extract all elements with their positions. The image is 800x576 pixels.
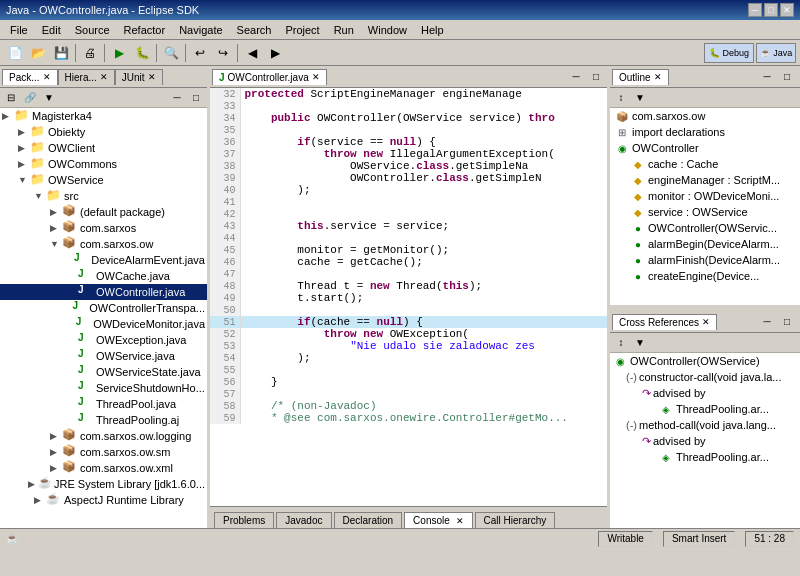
outline-item-pkg[interactable]: 📦 com.sarxos.ow bbox=[610, 108, 800, 124]
new-button[interactable]: 📄 bbox=[4, 43, 26, 63]
tab-hier-close[interactable]: ✕ bbox=[100, 72, 108, 82]
tree-item-owcontrollertranspa[interactable]: JOWControllerTranspa... bbox=[0, 300, 207, 316]
cr-item-advised-by-2[interactable]: ↷ advised by bbox=[610, 433, 800, 449]
cr-item-threadpooling-2[interactable]: ◈ ThreadPooling.ar... bbox=[610, 449, 800, 465]
cr-item-owcontroller[interactable]: ◉ OWController(OWService) bbox=[610, 353, 800, 369]
print-button[interactable]: 🖨 bbox=[79, 43, 101, 63]
menu-file[interactable]: File bbox=[4, 22, 34, 38]
tree-item-sarxos-ow-sm[interactable]: ▶📦com.sarxos.ow.sm bbox=[0, 444, 207, 460]
minimize-button[interactable]: ─ bbox=[748, 3, 762, 17]
undo-button[interactable]: ↩ bbox=[189, 43, 211, 63]
tab-javadoc[interactable]: Javadoc bbox=[276, 512, 331, 528]
tab-cross-ref-close[interactable]: ✕ bbox=[702, 317, 710, 327]
tree-item-sarxos-ow-xml[interactable]: ▶📦com.sarxos.ow.xml bbox=[0, 460, 207, 476]
tab-declaration[interactable]: Declaration bbox=[334, 512, 403, 528]
left-panel-minimize-button[interactable]: ─ bbox=[168, 90, 186, 106]
code-editor[interactable]: 32protected ScriptEngineManager engineMa… bbox=[210, 88, 607, 506]
tree-item-sarxos-ow-logging[interactable]: ▶📦com.sarxos.ow.logging bbox=[0, 428, 207, 444]
tab-cross-ref[interactable]: Cross References ✕ bbox=[612, 314, 717, 330]
tab-console[interactable]: Console ✕ bbox=[404, 512, 472, 528]
outline-item-service[interactable]: ◆ service : OWService bbox=[610, 204, 800, 220]
filter-button[interactable]: ▼ bbox=[631, 90, 649, 106]
cr-item-advised-by-1[interactable]: ↷ advised by bbox=[610, 385, 800, 401]
menu-project[interactable]: Project bbox=[279, 22, 325, 38]
menu-window[interactable]: Window bbox=[362, 22, 413, 38]
tab-outline[interactable]: Outline ✕ bbox=[612, 69, 669, 85]
editor-minimize-button[interactable]: ─ bbox=[567, 69, 585, 85]
tree-item-owexception[interactable]: JOWException.java bbox=[0, 332, 207, 348]
menu-source[interactable]: Source bbox=[69, 22, 116, 38]
tree-item-owcommons[interactable]: ▶📁OWCommons bbox=[0, 156, 207, 172]
tree-item-jre-library[interactable]: ▶☕JRE System Library [jdk1.6.0... bbox=[0, 476, 207, 492]
tree-item-aspectj-library[interactable]: ▶☕AspectJ Runtime Library bbox=[0, 492, 207, 508]
outline-maximize-btn[interactable]: □ bbox=[778, 69, 796, 85]
redo-button[interactable]: ↪ bbox=[212, 43, 234, 63]
tree-item-obiekty[interactable]: ▶📁Obiekty bbox=[0, 124, 207, 140]
cr-item-threadpooling-1[interactable]: ◈ ThreadPooling.ar... bbox=[610, 401, 800, 417]
tree-item-serviceshutdown[interactable]: JServiceShutdownHo... bbox=[0, 380, 207, 396]
cr-item-method-call[interactable]: (-) method-call(void java.lang... bbox=[610, 417, 800, 433]
tree-item-devicealarm[interactable]: JDeviceAlarmEvent.java bbox=[0, 252, 207, 268]
tree-item-threadpooling[interactable]: JThreadPooling.aj bbox=[0, 412, 207, 428]
cr-toolbar-btn1[interactable]: ↕ bbox=[612, 335, 630, 351]
cr-item-constructor-call[interactable]: (-) constructor-call(void java.la... bbox=[610, 369, 800, 385]
tab-problems[interactable]: Problems bbox=[214, 512, 274, 528]
menu-edit[interactable]: Edit bbox=[36, 22, 67, 38]
tab-junit[interactable]: JUnit ✕ bbox=[115, 69, 163, 85]
menu-search[interactable]: Search bbox=[231, 22, 278, 38]
tree-item-owcache[interactable]: JOWCache.java bbox=[0, 268, 207, 284]
outline-item-monitor[interactable]: ◆ monitor : OWDeviceMoni... bbox=[610, 188, 800, 204]
tab-pack-close[interactable]: ✕ bbox=[43, 72, 51, 82]
outline-item-enginemanager[interactable]: ◆ engineManager : ScriptM... bbox=[610, 172, 800, 188]
outline-item-alarmfinish[interactable]: ● alarmFinish(DeviceAlarm... bbox=[610, 252, 800, 268]
tab-package-explorer[interactable]: Pack... ✕ bbox=[2, 69, 58, 85]
nav-back-button[interactable]: ◀ bbox=[241, 43, 263, 63]
link-editor-button[interactable]: 🔗 bbox=[21, 90, 39, 106]
run-button[interactable]: ▶ bbox=[108, 43, 130, 63]
outline-item-alarmbegin[interactable]: ● alarmBegin(DeviceAlarm... bbox=[610, 236, 800, 252]
left-panel-maximize-button[interactable]: □ bbox=[187, 90, 205, 106]
tree-item-owservice[interactable]: ▼📁OWService bbox=[0, 172, 207, 188]
tree-item-owservice-java[interactable]: JOWService.java bbox=[0, 348, 207, 364]
cr-toolbar-btn2[interactable]: ▼ bbox=[631, 335, 649, 351]
tree-item-owservicestate[interactable]: JOWServiceState.java bbox=[0, 364, 207, 380]
outline-item-createengine[interactable]: ● createEngine(Device... bbox=[610, 268, 800, 284]
tab-console-close[interactable]: ✕ bbox=[456, 516, 464, 526]
cr-maximize-btn[interactable]: □ bbox=[778, 314, 796, 330]
tab-junit-close[interactable]: ✕ bbox=[148, 72, 156, 82]
tab-call-hierarchy[interactable]: Call Hierarchy bbox=[475, 512, 556, 528]
tab-hierarchy[interactable]: Hiera... ✕ bbox=[58, 69, 115, 85]
cr-minimize-btn[interactable]: ─ bbox=[758, 314, 776, 330]
menu-help[interactable]: Help bbox=[415, 22, 450, 38]
tree-item-owcontroller[interactable]: JOWController.java bbox=[0, 284, 207, 300]
tree-item-threadpool[interactable]: JThreadPool.java bbox=[0, 396, 207, 412]
tree-item-com-sarxos[interactable]: ▶📦com.sarxos bbox=[0, 220, 207, 236]
open-button[interactable]: 📂 bbox=[27, 43, 49, 63]
outline-minimize-btn[interactable]: ─ bbox=[758, 69, 776, 85]
menu-run[interactable]: Run bbox=[328, 22, 360, 38]
editor-maximize-button[interactable]: □ bbox=[587, 69, 605, 85]
editor-tab-owcontroller[interactable]: J OWController.java ✕ bbox=[212, 69, 327, 85]
outline-item-cache[interactable]: ◆ cache : Cache bbox=[610, 156, 800, 172]
debug-button[interactable]: 🐛 bbox=[131, 43, 153, 63]
outline-item-class[interactable]: ◉ OWController bbox=[610, 140, 800, 156]
outline-item-constructor[interactable]: ● OWController(OWServic... bbox=[610, 220, 800, 236]
nav-forward-button[interactable]: ▶ bbox=[264, 43, 286, 63]
save-button[interactable]: 💾 bbox=[50, 43, 72, 63]
debug-perspective-button[interactable]: 🐛 Debug bbox=[704, 43, 754, 63]
java-perspective-button[interactable]: ☕ Java bbox=[756, 43, 796, 63]
tree-item-owclient[interactable]: ▶📁OWClient bbox=[0, 140, 207, 156]
search-toolbar-button[interactable]: 🔍 bbox=[160, 43, 182, 63]
tree-item-magisterka4[interactable]: ▶📁Magisterka4 bbox=[0, 108, 207, 124]
maximize-button[interactable]: □ bbox=[764, 3, 778, 17]
collapse-all-button[interactable]: ⊟ bbox=[2, 90, 20, 106]
tree-item-src[interactable]: ▼📁src bbox=[0, 188, 207, 204]
tree-item-default-pkg[interactable]: ▶📦(default package) bbox=[0, 204, 207, 220]
sort-button[interactable]: ↕ bbox=[612, 90, 630, 106]
editor-tab-close[interactable]: ✕ bbox=[312, 72, 320, 82]
tree-item-owdevicemonitor[interactable]: JOWDeviceMonitor.java bbox=[0, 316, 207, 332]
menu-navigate[interactable]: Navigate bbox=[173, 22, 228, 38]
tree-item-com-sarxos-ow[interactable]: ▼📦com.sarxos.ow bbox=[0, 236, 207, 252]
tab-outline-close[interactable]: ✕ bbox=[654, 72, 662, 82]
outline-item-imports[interactable]: ⊞ import declarations bbox=[610, 124, 800, 140]
